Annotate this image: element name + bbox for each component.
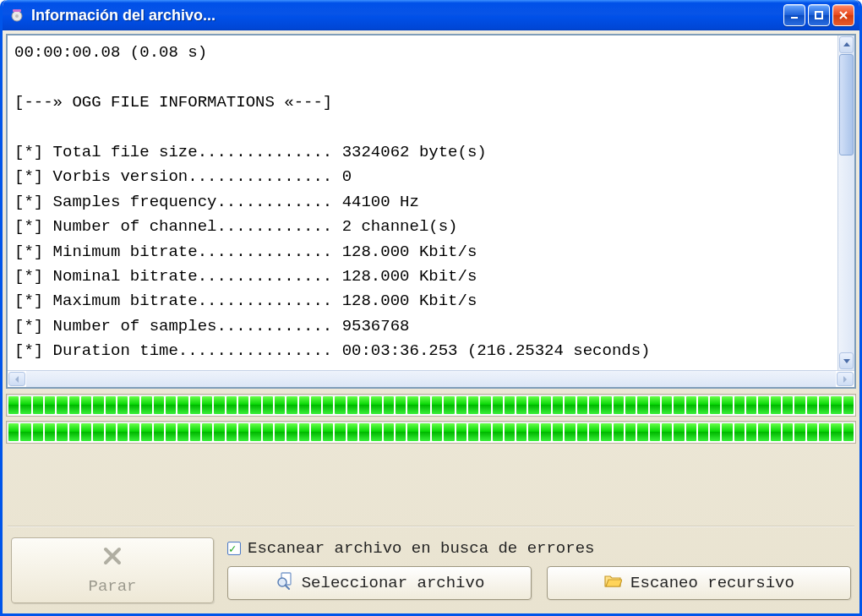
scan-errors-row: ✓ Escanear archivo en busca de errores bbox=[227, 537, 851, 558]
progress-segment bbox=[166, 423, 176, 441]
minimize-button[interactable] bbox=[783, 4, 805, 26]
progress-segment bbox=[214, 423, 224, 441]
svg-point-1 bbox=[15, 14, 19, 18]
progress-segment bbox=[746, 396, 756, 414]
progress-segment bbox=[20, 396, 30, 414]
progress-segment bbox=[758, 396, 768, 414]
progress-segment bbox=[407, 396, 417, 414]
progress-segment bbox=[601, 423, 611, 441]
progress-segment bbox=[238, 423, 248, 441]
scroll-up-button[interactable] bbox=[839, 36, 854, 53]
right-column: ✓ Escanear archivo en busca de errores bbox=[227, 537, 851, 603]
progress-segment bbox=[335, 396, 345, 414]
progress-segment bbox=[166, 396, 176, 414]
progress-segment bbox=[384, 423, 394, 441]
progress-segment bbox=[177, 423, 188, 441]
scroll-thumb[interactable] bbox=[839, 54, 854, 155]
progress-segment bbox=[710, 396, 720, 414]
progress-segment bbox=[263, 423, 273, 441]
scroll-down-button[interactable] bbox=[839, 352, 854, 369]
progress-bar-2 bbox=[6, 421, 856, 444]
progress-segment bbox=[746, 423, 756, 441]
progress-bar-1 bbox=[6, 394, 856, 417]
svg-rect-2 bbox=[13, 9, 21, 12]
progress-segment bbox=[771, 396, 781, 414]
progress-segment bbox=[154, 396, 164, 414]
progress-segment bbox=[396, 396, 406, 414]
progress-segment bbox=[553, 396, 563, 414]
stop-button[interactable]: Parar bbox=[11, 537, 214, 603]
vertical-scrollbar[interactable] bbox=[837, 35, 854, 370]
progress-segment bbox=[202, 423, 212, 441]
scan-errors-checkbox[interactable]: ✓ bbox=[227, 542, 241, 555]
progress-segment bbox=[771, 423, 781, 441]
progress-segment bbox=[553, 423, 563, 441]
progress-segment bbox=[456, 423, 466, 441]
progress-segment bbox=[698, 396, 708, 414]
progress-segment bbox=[625, 396, 636, 414]
scroll-track[interactable] bbox=[838, 54, 854, 352]
progress-segment bbox=[734, 423, 745, 441]
progress-segment bbox=[468, 423, 478, 441]
progress-segment bbox=[384, 396, 394, 414]
progress-segment bbox=[565, 423, 575, 441]
progress-segment bbox=[129, 396, 139, 414]
progress-segment bbox=[456, 396, 466, 414]
select-file-button[interactable]: Seleccionar archivo bbox=[227, 566, 532, 600]
progress-segment bbox=[614, 396, 624, 414]
close-button[interactable] bbox=[832, 4, 854, 26]
progress-segment bbox=[177, 396, 188, 414]
progress-segment bbox=[69, 396, 79, 414]
window-buttons bbox=[783, 4, 854, 26]
progress-segment bbox=[371, 396, 381, 414]
horizontal-scrollbar[interactable] bbox=[8, 370, 854, 387]
progress-segment bbox=[686, 396, 696, 414]
progress-segment bbox=[783, 423, 793, 441]
progress-segment bbox=[637, 423, 647, 441]
progress-segment bbox=[819, 423, 829, 441]
progress-segment bbox=[359, 396, 369, 414]
maximize-button[interactable] bbox=[808, 4, 830, 26]
hscroll-track[interactable] bbox=[26, 371, 836, 387]
progress-segment bbox=[347, 423, 357, 441]
progress-segment bbox=[831, 423, 841, 441]
progress-segment bbox=[359, 423, 369, 441]
progress-segment bbox=[674, 423, 684, 441]
progress-segment bbox=[734, 396, 745, 414]
window-title: Información del archivo... bbox=[31, 7, 783, 25]
progress-segment bbox=[843, 396, 854, 414]
recursive-scan-button[interactable]: Escaneo recursivo bbox=[547, 566, 851, 600]
progress-segment bbox=[662, 396, 672, 414]
progress-segment bbox=[117, 423, 128, 441]
progress-segment bbox=[480, 396, 490, 414]
progress-segment bbox=[33, 396, 43, 414]
progress-segment bbox=[565, 396, 575, 414]
output-panel: 00:00:00.08 (0.08 s) [---» OGG FILE INFO… bbox=[6, 34, 856, 389]
progress-segment bbox=[190, 396, 200, 414]
progress-segment bbox=[650, 396, 660, 414]
progress-segment bbox=[516, 396, 526, 414]
progress-segment bbox=[45, 396, 55, 414]
progress-segment bbox=[589, 423, 599, 441]
progress-segment bbox=[444, 423, 454, 441]
progress-segment bbox=[480, 423, 490, 441]
progress-segment bbox=[226, 423, 237, 441]
progress-segment bbox=[432, 396, 442, 414]
progress-segment bbox=[117, 396, 128, 414]
progress-segment bbox=[335, 423, 345, 441]
scroll-left-button[interactable] bbox=[8, 372, 25, 386]
progress-segment bbox=[129, 423, 139, 441]
progress-segment bbox=[493, 423, 503, 441]
output-text[interactable]: 00:00:00.08 (0.08 s) [---» OGG FILE INFO… bbox=[8, 35, 837, 370]
progress-segment bbox=[33, 423, 43, 441]
progress-segment bbox=[8, 396, 19, 414]
scroll-right-button[interactable] bbox=[837, 372, 854, 386]
progress-segment bbox=[371, 423, 381, 441]
titlebar[interactable]: Información del archivo... bbox=[3, 0, 859, 30]
progress-segment bbox=[432, 423, 442, 441]
progress-segment bbox=[589, 396, 599, 414]
bottom-toolbar: Parar ✓ Escanear archivo en busca de err… bbox=[3, 527, 859, 613]
progress-segment bbox=[311, 396, 321, 414]
progress-segment bbox=[505, 396, 515, 414]
svg-line-7 bbox=[286, 586, 289, 589]
